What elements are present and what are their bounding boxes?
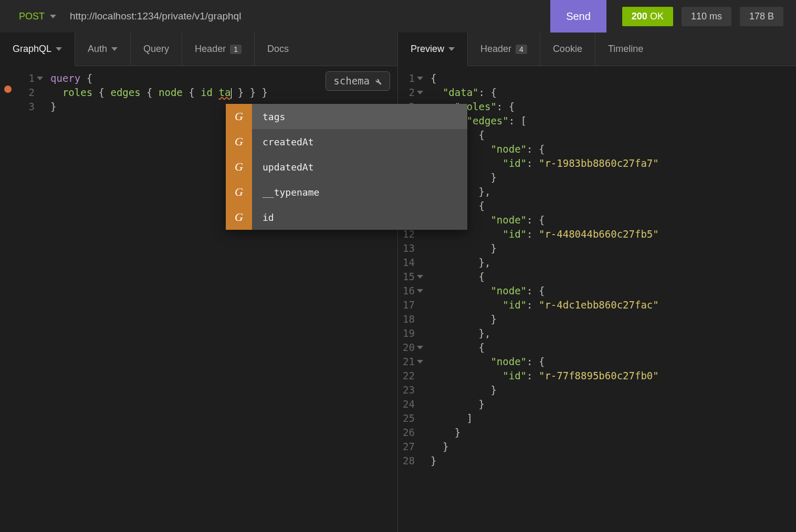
tab-header[interactable]: Header 1 <box>182 33 255 66</box>
breakpoint-icon[interactable] <box>4 86 12 93</box>
autocomplete-popup: GtagsGcreatedAtGupdatedAtG__typenameGid <box>226 104 467 230</box>
response-time: 110 ms <box>682 7 731 26</box>
request-tabs: GraphQL Auth Query Header 1 Docs <box>0 33 397 66</box>
url-input[interactable]: http://localhost:1234/private/v1/graphql <box>68 0 550 33</box>
tab-timeline[interactable]: Timeline <box>595 33 656 66</box>
graphql-type-icon: G <box>226 179 252 205</box>
autocomplete-label: createdAt <box>252 136 314 147</box>
autocomplete-item[interactable]: GupdatedAt <box>226 154 467 179</box>
autocomplete-item[interactable]: G__typename <box>226 179 467 205</box>
status-badge: 200 OK <box>622 7 673 26</box>
tab-docs[interactable]: Docs <box>255 33 301 66</box>
schema-button[interactable]: schema <box>326 71 390 91</box>
graphql-type-icon: G <box>226 154 252 179</box>
chevron-down-icon <box>111 47 118 51</box>
autocomplete-item[interactable]: Gid <box>226 205 467 230</box>
header-badge: 1 <box>230 45 242 54</box>
tab-label: GraphQL <box>13 44 51 55</box>
send-button[interactable]: Send <box>550 0 606 33</box>
tab-label: Docs <box>267 44 289 55</box>
response-tabs: Preview Header 4 Cookie Timeline <box>398 33 796 66</box>
send-label: Send <box>566 10 591 23</box>
tab-label: Auth <box>88 44 107 55</box>
graphql-type-icon: G <box>226 104 252 129</box>
wrench-icon <box>374 77 382 86</box>
chevron-down-icon <box>448 47 455 51</box>
tab-label: Query <box>143 44 169 55</box>
tab-label: Header <box>480 44 511 55</box>
url-text: http://localhost:1234/private/v1/graphql <box>70 10 241 22</box>
tab-header-response[interactable]: Header 4 <box>468 33 540 66</box>
schema-label: schema <box>333 74 370 88</box>
tab-label: Header <box>195 44 226 55</box>
tab-cookie[interactable]: Cookie <box>540 33 595 66</box>
autocomplete-label: __typename <box>252 187 319 198</box>
tab-label: Preview <box>411 44 444 55</box>
status-code: 200 <box>632 11 647 22</box>
tab-label: Timeline <box>608 44 643 55</box>
graphql-type-icon: G <box>226 205 252 230</box>
chevron-down-icon <box>50 15 56 18</box>
request-bar: POST http://localhost:1234/private/v1/gr… <box>0 0 796 33</box>
tab-auth[interactable]: Auth <box>75 33 131 66</box>
status-text: OK <box>650 11 664 22</box>
autocomplete-label: updatedAt <box>252 162 314 173</box>
chevron-down-icon <box>56 47 62 51</box>
tab-label: Cookie <box>553 44 582 55</box>
http-method-select[interactable]: POST <box>0 0 68 33</box>
graphql-type-icon: G <box>226 129 252 154</box>
tab-query[interactable]: Query <box>131 33 182 66</box>
autocomplete-label: id <box>252 212 274 223</box>
http-method-label: POST <box>19 11 45 22</box>
autocomplete-label: tags <box>252 111 285 122</box>
autocomplete-item[interactable]: GcreatedAt <box>226 129 467 154</box>
response-meta: 200 OK 110 ms 178 B <box>606 0 796 33</box>
header-badge: 4 <box>516 45 527 54</box>
tab-graphql[interactable]: GraphQL <box>0 33 75 66</box>
autocomplete-item[interactable]: Gtags <box>226 104 467 129</box>
tab-preview[interactable]: Preview <box>398 33 468 66</box>
response-size: 178 B <box>740 7 783 26</box>
